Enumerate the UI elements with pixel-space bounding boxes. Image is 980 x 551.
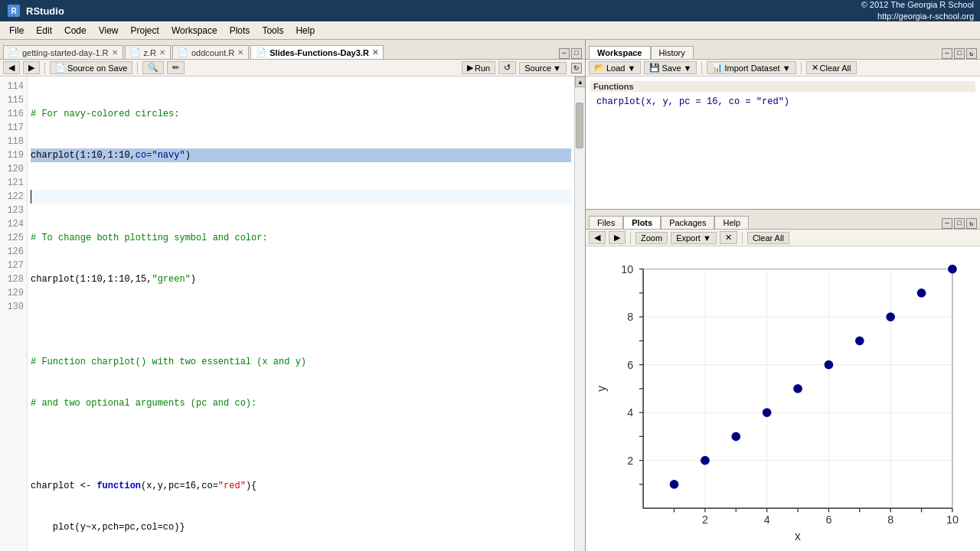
functions-header: Functions <box>590 81 975 92</box>
tab-z[interactable]: 📄 z.R ✕ <box>125 45 172 59</box>
workspace-window-controls: — □ ↻ <box>940 48 977 59</box>
menu-tools[interactable]: Tools <box>256 24 289 37</box>
workspace-tab-bar: Workspace History — □ ↻ <box>586 40 980 60</box>
menu-bar: File Edit Code View Project Workspace Pl… <box>0 21 980 40</box>
save-btn[interactable]: 💾 Save ▼ <box>644 61 697 74</box>
find-btn[interactable]: 🔍 <box>142 61 164 74</box>
help-tab[interactable]: Help <box>714 216 749 229</box>
plots-refresh-btn[interactable]: ↻ <box>966 218 977 229</box>
run-btn[interactable]: ▶ Run <box>462 61 495 74</box>
clear-all-plots-btn[interactable]: Clear All <box>747 232 789 244</box>
scroll-up-arrow[interactable]: ▲ <box>575 77 585 87</box>
workspace-minimize-btn[interactable]: — <box>942 48 952 59</box>
plot-area: 2 4 6 8 10 2 4 <box>586 246 980 551</box>
menu-edit[interactable]: Edit <box>30 24 58 37</box>
spell-btn[interactable]: ✏ <box>167 61 185 74</box>
source-btn[interactable]: Source ▼ <box>519 62 567 74</box>
svg-text:10: 10 <box>946 514 959 526</box>
forward-btn[interactable]: ▶ <box>23 61 40 74</box>
plots-panel: Files Plots Packages Help — □ ↻ ◀ ▶ <box>586 210 980 551</box>
svg-point-56 <box>949 266 956 273</box>
svg-text:6: 6 <box>627 359 633 371</box>
editor-maximize-btn[interactable]: □ <box>571 48 582 59</box>
svg-text:10: 10 <box>621 263 633 276</box>
tab-getting-started[interactable]: 📄 getting-started-day-1.R ✕ <box>3 45 123 59</box>
workspace-toolbar: 📂 Load ▼ 💾 Save ▼ 📊 Import Dataset ▼ ✕ C… <box>586 60 980 77</box>
svg-text:2: 2 <box>627 455 633 467</box>
source-on-save-btn[interactable]: 📄 Source on Save <box>50 61 132 74</box>
editor-tab-bar: 📄 getting-started-day-1.R ✕ 📄 z.R ✕ 📄 od… <box>0 40 585 60</box>
sep1 <box>44 62 45 74</box>
svg-text:4: 4 <box>627 407 633 419</box>
source-on-save-icon: 📄 <box>55 63 66 73</box>
menu-plots[interactable]: Plots <box>224 24 256 37</box>
left-pane: 📄 getting-started-day-1.R ✕ 📄 z.R ✕ 📄 od… <box>0 40 586 551</box>
plot-delete-btn[interactable]: ✕ <box>720 231 737 244</box>
tab-slides-functions[interactable]: 📄 Slides-Functions-Day3.R ✕ <box>250 45 384 59</box>
code-line-122 <box>31 438 571 452</box>
svg-point-55 <box>917 289 925 297</box>
menu-file[interactable]: File <box>3 24 30 37</box>
forward-icon: ▶ <box>614 233 620 243</box>
code-editor[interactable]: 114 115 116 117 118 119 120 121 122 123 … <box>0 77 585 551</box>
plots-maximize-btn[interactable]: □ <box>954 218 965 229</box>
charplot-function-item[interactable]: charplot(x, y, pc = 16, co = "red") <box>590 95 975 109</box>
plot-back-btn[interactable]: ◀ <box>589 231 606 244</box>
scroll-thumb[interactable] <box>576 103 583 148</box>
editor-scrollbar[interactable]: ▲ ▼ <box>574 77 585 551</box>
main-layout: 📄 getting-started-day-1.R ✕ 📄 z.R ✕ 📄 od… <box>0 40 980 551</box>
re-run-btn[interactable]: ↺ <box>498 61 516 74</box>
plot-forward-btn[interactable]: ▶ <box>609 231 626 244</box>
svg-text:8: 8 <box>627 311 633 324</box>
zoom-btn[interactable]: Zoom <box>635 232 668 244</box>
plots-minimize-btn[interactable]: — <box>942 218 952 229</box>
plots-toolbar: ◀ ▶ Zoom Export ▼ ✕ Clear All <box>586 230 980 246</box>
history-tab[interactable]: History <box>651 46 694 59</box>
code-line-120: # Function charplot() with two essential… <box>31 355 571 369</box>
plots-tab-btn[interactable]: Plots <box>623 216 661 229</box>
workspace-refresh-btn[interactable]: ↻ <box>966 48 977 59</box>
tab-oddcount[interactable]: 📄 oddcount.R ✕ <box>172 45 249 59</box>
svg-point-49 <box>732 432 740 440</box>
menu-project[interactable]: Project <box>125 24 165 37</box>
workspace-panel: Workspace History — □ ↻ 📂 Load ▼ 💾 Save … <box>586 40 980 210</box>
files-tab[interactable]: Files <box>589 216 623 229</box>
svg-point-47 <box>670 481 678 488</box>
plots-tab-bar: Files Plots Packages Help — □ ↻ <box>586 210 980 230</box>
svg-point-53 <box>856 337 864 344</box>
tab-close-slides[interactable]: ✕ <box>372 48 378 57</box>
workspace-tab[interactable]: Workspace <box>589 46 651 59</box>
clear-all-workspace-btn[interactable]: ✕ Clear All <box>806 61 857 74</box>
tab-close-getting-started[interactable]: ✕ <box>112 48 118 57</box>
code-line-123: charplot <- function(x,y,pc=16,co="red")… <box>31 479 571 493</box>
tab-close-oddcount[interactable]: ✕ <box>237 48 243 57</box>
packages-tab[interactable]: Packages <box>661 216 714 229</box>
menu-code[interactable]: Code <box>58 24 93 37</box>
load-btn[interactable]: 📂 Load ▼ <box>589 61 641 74</box>
export-btn[interactable]: Export ▼ <box>671 232 717 244</box>
app-logo: R <box>6 3 21 18</box>
menu-workspace[interactable]: Workspace <box>165 24 224 37</box>
workspace-maximize-btn[interactable]: □ <box>954 48 965 59</box>
svg-text:2: 2 <box>702 514 708 526</box>
tab-close-z[interactable]: ✕ <box>159 48 165 57</box>
svg-point-51 <box>794 385 802 393</box>
title-bar: R RStudio © 2012 The Georgia R School ht… <box>0 0 980 21</box>
code-content[interactable]: # For navy-colored circles: charplot(1:1… <box>28 77 574 551</box>
load-icon: 📂 <box>594 63 605 73</box>
run-icon: ▶ <box>467 63 473 73</box>
back-icon: ◀ <box>594 233 600 243</box>
code-line-117: # To change both plotting symbol and col… <box>31 231 571 245</box>
editor-minimize-btn[interactable]: — <box>559 48 570 59</box>
svg-point-54 <box>887 313 894 321</box>
scatter-plot: 2 4 6 8 10 2 4 <box>593 254 972 543</box>
save-icon: 💾 <box>649 63 660 73</box>
menu-view[interactable]: View <box>93 24 125 37</box>
import-dataset-btn[interactable]: 📊 Import Dataset ▼ <box>707 61 795 74</box>
svg-text:x: x <box>795 530 801 543</box>
menu-help[interactable]: Help <box>289 24 321 37</box>
svg-text:6: 6 <box>825 514 831 526</box>
editor-refresh-btn[interactable]: ↻ <box>571 63 582 73</box>
back-btn[interactable]: ◀ <box>3 61 20 74</box>
code-line-116[interactable] <box>31 190 571 204</box>
